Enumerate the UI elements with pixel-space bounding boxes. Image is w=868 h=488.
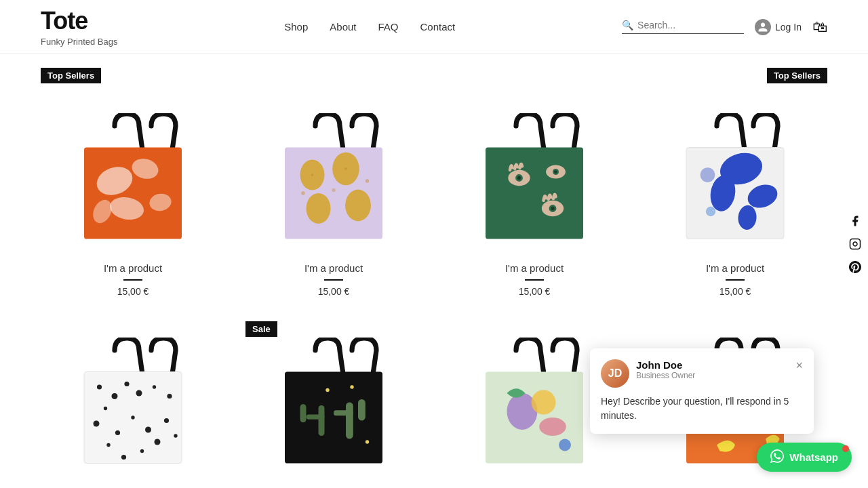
pinterest-icon[interactable] (849, 261, 861, 273)
whatsapp-notification-dot (842, 445, 849, 452)
top-sellers-badge-right: Top Sellers (767, 68, 827, 83)
chat-message: Hey! Describe your question, I'll respon… (601, 394, 803, 423)
svg-point-51 (121, 455, 126, 460)
nav-shop[interactable]: Shop (284, 21, 308, 33)
product-name-3: I'm a product (505, 262, 564, 274)
svg-rect-2 (84, 148, 182, 239)
svg-point-13 (311, 174, 314, 176)
svg-rect-0 (850, 239, 861, 249)
svg-point-67 (559, 439, 571, 451)
site-title: Tote (41, 7, 117, 35)
svg-point-62 (366, 440, 369, 443)
product-name-4: I'm a product (706, 262, 764, 274)
product-image-2 (241, 100, 426, 262)
header: Tote Funky Printed Bags Shop About FAQ C… (0, 0, 868, 54)
svg-point-49 (155, 439, 161, 445)
search-icon: 🔍 (622, 20, 633, 30)
svg-point-21 (517, 176, 521, 180)
whatsapp-button[interactable]: Whatsapp (757, 443, 852, 472)
product-image-5 (41, 324, 225, 487)
product-divider-2 (324, 279, 343, 281)
svg-point-27 (554, 170, 557, 174)
cart-button[interactable]: 🛍 (812, 18, 827, 36)
svg-rect-54 (319, 405, 325, 436)
product-card-6[interactable]: I'm a product 15,00 € (241, 324, 426, 488)
social-sidebar (842, 207, 868, 281)
facebook-icon[interactable] (849, 215, 861, 227)
product-image-1 (41, 100, 225, 262)
login-label: Log In (775, 22, 802, 33)
product-card-5[interactable]: I'm a product 15,00 € (41, 324, 225, 488)
svg-point-40 (136, 390, 142, 396)
svg-point-24 (551, 207, 554, 210)
svg-point-50 (174, 434, 177, 437)
svg-point-14 (344, 167, 347, 170)
nav-contact[interactable]: Contact (420, 21, 456, 33)
svg-point-11 (307, 193, 331, 224)
svg-point-15 (301, 191, 304, 195)
instagram-icon[interactable] (849, 238, 861, 250)
login-area[interactable]: Log In (755, 19, 802, 35)
svg-point-17 (332, 188, 335, 192)
svg-rect-53 (285, 372, 382, 464)
svg-point-42 (167, 394, 172, 399)
svg-point-61 (350, 385, 353, 388)
svg-point-66 (539, 418, 566, 436)
svg-point-45 (131, 415, 134, 419)
chat-username: John Doe (636, 359, 789, 371)
whatsapp-label: Whatsapp (789, 451, 838, 463)
product-card-4[interactable]: I'm a product 15,00 € (643, 100, 827, 297)
product-image-6 (241, 324, 426, 487)
svg-point-44 (115, 430, 120, 435)
svg-point-16 (366, 179, 369, 182)
svg-point-46 (145, 427, 151, 433)
main-nav: Shop About FAQ Contact (284, 21, 455, 33)
chat-avatar: JD (601, 359, 629, 388)
search-input[interactable] (637, 20, 732, 30)
chat-role: Business Owner (636, 371, 789, 380)
product-price-3: 15,00 € (519, 286, 551, 297)
svg-point-37 (112, 393, 118, 399)
svg-point-36 (97, 384, 102, 389)
site-subtitle: Funky Printed Bags (41, 37, 117, 47)
product-divider-4 (726, 279, 745, 281)
svg-point-39 (124, 382, 129, 386)
svg-point-60 (326, 388, 329, 392)
svg-point-12 (345, 190, 371, 222)
product-divider-3 (525, 279, 544, 281)
product-name-1: I'm a product (104, 262, 162, 274)
chat-close-button[interactable]: × (795, 359, 803, 371)
product-price-1: 15,00 € (117, 286, 149, 297)
top-sellers-badge-left: Top Sellers (41, 68, 101, 83)
svg-point-33 (701, 167, 715, 182)
nav-about[interactable]: About (330, 21, 356, 33)
login-icon (755, 19, 771, 35)
product-image-4 (643, 100, 827, 262)
svg-rect-55 (307, 415, 325, 420)
svg-point-34 (706, 207, 715, 216)
whatsapp-icon (770, 449, 784, 465)
header-right: 🔍 Log In 🛍 (622, 18, 827, 36)
logo-area: Tote Funky Printed Bags (41, 7, 117, 47)
svg-rect-58 (334, 410, 353, 415)
svg-rect-56 (300, 404, 307, 422)
svg-point-65 (532, 390, 556, 415)
svg-rect-57 (346, 403, 353, 439)
product-card-3[interactable]: I'm a product 15,00 € (442, 100, 627, 297)
product-card-1[interactable]: I'm a product 15,00 € (41, 100, 225, 297)
product-card-2[interactable]: I'm a product 15,00 € (241, 100, 426, 297)
chat-header: JD John Doe Business Owner × (601, 359, 803, 388)
nav-faq[interactable]: FAQ (378, 21, 399, 33)
svg-point-38 (104, 407, 107, 410)
svg-point-43 (94, 421, 100, 427)
svg-rect-18 (486, 148, 583, 239)
product-price-4: 15,00 € (719, 286, 751, 297)
product-divider-1 (123, 279, 142, 281)
product-image-3 (442, 100, 627, 262)
products-row-1: I'm a product 15,00 € (41, 100, 827, 297)
search-bar: 🔍 (622, 20, 744, 34)
svg-point-47 (164, 418, 169, 423)
svg-point-48 (106, 443, 110, 447)
sale-badge: Sale (245, 321, 277, 337)
top-sellers-row: Top Sellers Top Sellers (41, 68, 827, 92)
